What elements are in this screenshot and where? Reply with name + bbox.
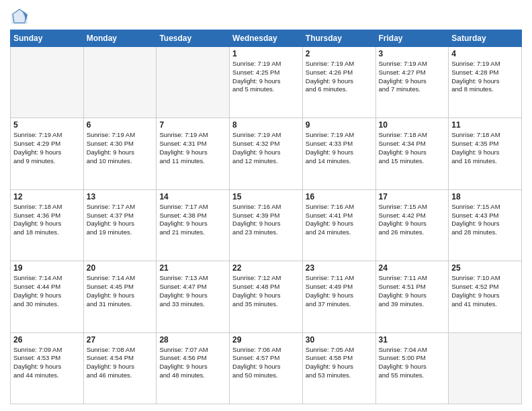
day-info: Sunrise: 7:15 AM Sunset: 4:43 PM Dayligh…	[451, 203, 519, 237]
day-number: 9	[306, 120, 373, 130]
logo	[10, 7, 32, 26]
day-number: 27	[87, 335, 154, 345]
day-info: Sunrise: 7:19 AM Sunset: 4:29 PM Dayligh…	[13, 131, 81, 165]
calendar-cell: 16Sunrise: 7:16 AM Sunset: 4:41 PM Dayli…	[302, 189, 375, 261]
calendar-cell: 12Sunrise: 7:18 AM Sunset: 4:36 PM Dayli…	[11, 189, 84, 261]
day-info: Sunrise: 7:18 AM Sunset: 4:36 PM Dayligh…	[13, 203, 81, 237]
day-info: Sunrise: 7:19 AM Sunset: 4:27 PM Dayligh…	[379, 60, 446, 94]
day-number: 3	[379, 49, 446, 58]
day-number: 16	[306, 192, 373, 201]
calendar-cell: 2Sunrise: 7:19 AM Sunset: 4:26 PM Daylig…	[302, 47, 375, 118]
day-info: Sunrise: 7:12 AM Sunset: 4:48 PM Dayligh…	[232, 274, 300, 308]
day-number: 12	[13, 192, 81, 201]
calendar-cell: 20Sunrise: 7:14 AM Sunset: 4:45 PM Dayli…	[83, 261, 157, 332]
day-number: 28	[159, 335, 226, 345]
day-number: 25	[451, 263, 519, 273]
calendar-cell: 9Sunrise: 7:19 AM Sunset: 4:33 PM Daylig…	[302, 118, 375, 189]
day-info: Sunrise: 7:18 AM Sunset: 4:35 PM Dayligh…	[451, 131, 519, 165]
calendar-week-1: 5Sunrise: 7:19 AM Sunset: 4:29 PM Daylig…	[11, 118, 522, 189]
calendar-cell: 26Sunrise: 7:09 AM Sunset: 4:53 PM Dayli…	[11, 332, 84, 404]
day-info: Sunrise: 7:19 AM Sunset: 4:33 PM Dayligh…	[306, 131, 373, 165]
calendar-cell: 5Sunrise: 7:19 AM Sunset: 4:29 PM Daylig…	[11, 118, 84, 189]
calendar-cell	[157, 47, 230, 118]
calendar-cell: 19Sunrise: 7:14 AM Sunset: 4:44 PM Dayli…	[11, 261, 84, 332]
day-number: 24	[379, 263, 446, 273]
day-number: 23	[306, 263, 373, 273]
day-number: 7	[159, 120, 226, 130]
calendar-cell: 18Sunrise: 7:15 AM Sunset: 4:43 PM Dayli…	[449, 189, 522, 261]
day-number: 29	[232, 335, 300, 345]
calendar-cell: 1Sunrise: 7:19 AM Sunset: 4:25 PM Daylig…	[230, 47, 303, 118]
calendar-week-3: 19Sunrise: 7:14 AM Sunset: 4:44 PM Dayli…	[11, 261, 522, 332]
day-info: Sunrise: 7:09 AM Sunset: 4:53 PM Dayligh…	[13, 346, 81, 380]
day-info: Sunrise: 7:08 AM Sunset: 4:54 PM Dayligh…	[87, 346, 154, 380]
calendar-cell: 21Sunrise: 7:13 AM Sunset: 4:47 PM Dayli…	[157, 261, 230, 332]
day-info: Sunrise: 7:19 AM Sunset: 4:32 PM Dayligh…	[232, 131, 300, 165]
calendar-cell: 25Sunrise: 7:10 AM Sunset: 4:52 PM Dayli…	[449, 261, 522, 332]
day-info: Sunrise: 7:10 AM Sunset: 4:52 PM Dayligh…	[451, 274, 519, 308]
day-info: Sunrise: 7:17 AM Sunset: 4:38 PM Dayligh…	[159, 203, 226, 237]
day-info: Sunrise: 7:15 AM Sunset: 4:42 PM Dayligh…	[379, 203, 446, 237]
day-number: 19	[13, 263, 81, 273]
col-header-friday: Friday	[375, 30, 449, 47]
calendar-cell: 27Sunrise: 7:08 AM Sunset: 4:54 PM Dayli…	[83, 332, 157, 404]
day-info: Sunrise: 7:19 AM Sunset: 4:25 PM Dayligh…	[232, 60, 300, 94]
calendar-cell	[83, 47, 157, 118]
day-info: Sunrise: 7:16 AM Sunset: 4:39 PM Dayligh…	[232, 203, 300, 237]
day-info: Sunrise: 7:19 AM Sunset: 4:31 PM Dayligh…	[159, 131, 226, 165]
day-number: 4	[451, 49, 519, 58]
day-info: Sunrise: 7:19 AM Sunset: 4:28 PM Dayligh…	[451, 60, 519, 94]
col-header-saturday: Saturday	[449, 30, 522, 47]
day-number: 1	[232, 49, 300, 58]
calendar-cell: 29Sunrise: 7:06 AM Sunset: 4:57 PM Dayli…	[230, 332, 303, 404]
calendar-cell: 10Sunrise: 7:18 AM Sunset: 4:34 PM Dayli…	[375, 118, 449, 189]
day-number: 13	[87, 192, 154, 201]
day-info: Sunrise: 7:14 AM Sunset: 4:45 PM Dayligh…	[87, 274, 154, 308]
day-number: 10	[379, 120, 446, 130]
calendar-cell: 13Sunrise: 7:17 AM Sunset: 4:37 PM Dayli…	[83, 189, 157, 261]
day-number: 6	[87, 120, 154, 130]
calendar-cell: 28Sunrise: 7:07 AM Sunset: 4:56 PM Dayli…	[157, 332, 230, 404]
day-number: 15	[232, 192, 300, 201]
calendar-cell: 14Sunrise: 7:17 AM Sunset: 4:38 PM Dayli…	[157, 189, 230, 261]
day-number: 17	[379, 192, 446, 201]
calendar-cell: 3Sunrise: 7:19 AM Sunset: 4:27 PM Daylig…	[375, 47, 449, 118]
col-header-monday: Monday	[83, 30, 157, 47]
day-number: 14	[159, 192, 226, 201]
day-number: 11	[451, 120, 519, 130]
calendar-cell: 22Sunrise: 7:12 AM Sunset: 4:48 PM Dayli…	[230, 261, 303, 332]
calendar-header-row: SundayMondayTuesdayWednesdayThursdayFrid…	[11, 30, 522, 47]
day-number: 8	[232, 120, 300, 130]
header	[10, 7, 522, 26]
day-number: 30	[306, 335, 373, 345]
calendar-cell: 24Sunrise: 7:11 AM Sunset: 4:51 PM Dayli…	[375, 261, 449, 332]
col-header-thursday: Thursday	[302, 30, 375, 47]
day-info: Sunrise: 7:14 AM Sunset: 4:44 PM Dayligh…	[13, 274, 81, 308]
day-number: 2	[306, 49, 373, 58]
calendar-cell: 15Sunrise: 7:16 AM Sunset: 4:39 PM Dayli…	[230, 189, 303, 261]
calendar-cell: 30Sunrise: 7:05 AM Sunset: 4:58 PM Dayli…	[302, 332, 375, 404]
calendar-week-4: 26Sunrise: 7:09 AM Sunset: 4:53 PM Dayli…	[11, 332, 522, 404]
day-info: Sunrise: 7:16 AM Sunset: 4:41 PM Dayligh…	[306, 203, 373, 237]
day-info: Sunrise: 7:11 AM Sunset: 4:51 PM Dayligh…	[379, 274, 446, 308]
calendar-cell: 17Sunrise: 7:15 AM Sunset: 4:42 PM Dayli…	[375, 189, 449, 261]
calendar-cell: 7Sunrise: 7:19 AM Sunset: 4:31 PM Daylig…	[157, 118, 230, 189]
calendar-cell: 8Sunrise: 7:19 AM Sunset: 4:32 PM Daylig…	[230, 118, 303, 189]
day-number: 31	[379, 335, 446, 345]
calendar: SundayMondayTuesdayWednesdayThursdayFrid…	[10, 30, 522, 404]
day-info: Sunrise: 7:11 AM Sunset: 4:49 PM Dayligh…	[306, 274, 373, 308]
day-number: 22	[232, 263, 300, 273]
col-header-wednesday: Wednesday	[230, 30, 303, 47]
day-number: 18	[451, 192, 519, 201]
logo-icon	[10, 7, 29, 26]
calendar-cell	[449, 332, 522, 404]
day-info: Sunrise: 7:17 AM Sunset: 4:37 PM Dayligh…	[87, 203, 154, 237]
col-header-sunday: Sunday	[11, 30, 84, 47]
day-info: Sunrise: 7:18 AM Sunset: 4:34 PM Dayligh…	[379, 131, 446, 165]
calendar-week-2: 12Sunrise: 7:18 AM Sunset: 4:36 PM Dayli…	[11, 189, 522, 261]
day-info: Sunrise: 7:05 AM Sunset: 4:58 PM Dayligh…	[306, 346, 373, 380]
day-info: Sunrise: 7:13 AM Sunset: 4:47 PM Dayligh…	[159, 274, 226, 308]
calendar-cell	[11, 47, 84, 118]
day-number: 5	[13, 120, 81, 130]
day-info: Sunrise: 7:06 AM Sunset: 4:57 PM Dayligh…	[232, 346, 300, 380]
